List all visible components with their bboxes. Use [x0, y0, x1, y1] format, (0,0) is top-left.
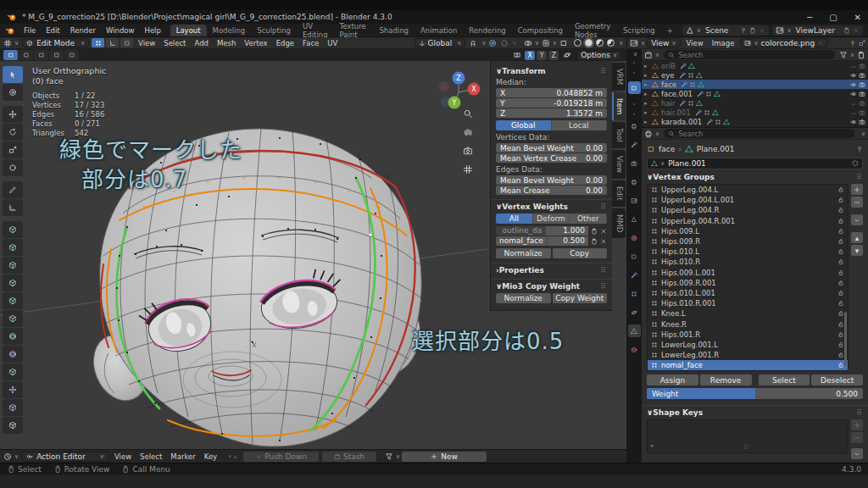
- viewport-menu-view[interactable]: View: [134, 39, 159, 47]
- show-gizmo-icon[interactable]: [524, 39, 532, 47]
- particles-tab-icon[interactable]: [628, 287, 641, 300]
- add-vertex-group-button[interactable]: [851, 184, 863, 195]
- delete-weight-icon[interactable]: [600, 238, 607, 245]
- pin-id-icon[interactable]: [856, 146, 863, 152]
- move-group-up-button[interactable]: ▴: [851, 232, 863, 243]
- lock-icon[interactable]: [837, 269, 844, 276]
- scrollbar[interactable]: [844, 312, 847, 366]
- options-dropdown[interactable]: Options ∨: [576, 51, 621, 60]
- vertex-group-row[interactable]: Knee.R: [648, 319, 848, 329]
- viewport-menu-uv[interactable]: UV: [323, 39, 342, 47]
- object-data-tab-icon[interactable]: [628, 324, 641, 337]
- tool-tab-icon[interactable]: [628, 138, 641, 151]
- ortho-grid-icon[interactable]: [463, 164, 473, 175]
- tool-knife[interactable]: [3, 292, 23, 309]
- navigation-gizmo[interactable]: Z X Y: [434, 68, 483, 119]
- shading-material-icon[interactable]: [596, 39, 604, 47]
- breadcrumb-data[interactable]: Plane.001: [697, 145, 735, 153]
- vertex-group-row[interactable]: LowerLeg.001.L: [648, 340, 848, 350]
- new-collection-icon[interactable]: [857, 51, 865, 59]
- stash-button[interactable]: Stash: [322, 452, 376, 462]
- falloff-icon[interactable]: [500, 39, 509, 47]
- deselect-button[interactable]: Deselect: [811, 374, 863, 385]
- lock-icon[interactable]: [837, 258, 844, 265]
- modifiers-tab-icon[interactable]: [628, 269, 641, 281]
- vertex-group-row[interactable]: Hips.009.R: [648, 236, 848, 247]
- proportional-editing-icon[interactable]: [488, 39, 497, 47]
- delete-scene-icon[interactable]: [759, 27, 765, 34]
- weight-row-nomal-face[interactable]: nomal_face 0.500: [496, 236, 607, 246]
- blender-menu-icon[interactable]: [5, 25, 15, 36]
- outliner-item-face-001[interactable]: ▸ face.001: [642, 89, 868, 98]
- tool-edge-slide[interactable]: [3, 363, 23, 380]
- vertex-group-row[interactable]: LowerLeg.001.R: [648, 350, 848, 360]
- properties-editor-icon[interactable]: [628, 119, 641, 132]
- output-tab-icon[interactable]: [628, 175, 641, 188]
- viewport-menu-select[interactable]: Select: [159, 39, 190, 47]
- tab-item[interactable]: Item: [612, 92, 626, 120]
- hide-eye-icon[interactable]: [850, 119, 857, 125]
- move-group-down-button[interactable]: ▾: [851, 245, 863, 256]
- lock-icon[interactable]: [837, 248, 844, 255]
- mean-crease-field[interactable]: Mean Crease0.00: [496, 186, 607, 195]
- tab-mmd[interactable]: MMD: [612, 208, 626, 238]
- vertex-group-row[interactable]: UpperLeg.004.R.001: [648, 216, 848, 226]
- lock-icon[interactable]: [837, 228, 844, 235]
- menu-help[interactable]: Help: [139, 26, 165, 35]
- tool-shear[interactable]: [3, 399, 23, 416]
- select-extend-option[interactable]: [19, 50, 33, 60]
- tool-inset-faces[interactable]: [3, 239, 23, 256]
- image-menu-image[interactable]: Image: [708, 39, 739, 47]
- vertex-group-row[interactable]: Knee.L: [648, 308, 848, 319]
- expand-icon[interactable]: [859, 40, 865, 47]
- dope-sheet-editor-icon[interactable]: [3, 452, 12, 461]
- global-button[interactable]: Global: [496, 120, 552, 130]
- vertex-group-row[interactable]: UpperLeg.004.L.001: [648, 195, 848, 205]
- tool-scale[interactable]: [3, 141, 23, 158]
- fake-user-shield-icon[interactable]: [852, 160, 859, 167]
- action-editor-dropdown[interactable]: Action Editor ∨: [22, 452, 108, 462]
- edge-bevel-weight-field[interactable]: Mean Bevel Weight0.00: [496, 175, 607, 185]
- outliner-item-hair[interactable]: ▸ hair: [642, 98, 868, 108]
- camera-visibility-icon[interactable]: [859, 91, 865, 97]
- orientation-dropdown[interactable]: Global ∨: [415, 38, 466, 47]
- lock-icon[interactable]: [837, 280, 844, 286]
- tool-transform[interactable]: [3, 159, 23, 176]
- mio3-normalize-button[interactable]: Normalize: [496, 293, 551, 303]
- lock-icon[interactable]: [837, 207, 844, 214]
- workspace-tab-rendering[interactable]: Rendering: [463, 25, 511, 36]
- minimize-button[interactable]: ─: [807, 13, 812, 22]
- workspace-tab-add[interactable]: +: [661, 25, 679, 36]
- tool-rip-region[interactable]: [3, 417, 23, 434]
- menu-render[interactable]: Render: [65, 26, 101, 35]
- image-selector[interactable]: ∨ colorcode.png: [740, 38, 828, 47]
- editor-type-icon[interactable]: [3, 39, 12, 47]
- pan-hand-icon[interactable]: [463, 127, 473, 137]
- weights-tab-other[interactable]: Other: [570, 214, 607, 224]
- mirror-y-button[interactable]: Y: [537, 51, 547, 60]
- lock-icon[interactable]: [837, 341, 844, 348]
- shading-wireframe-icon[interactable]: [574, 39, 581, 47]
- lock-icon[interactable]: [837, 238, 844, 245]
- assign-button[interactable]: Assign: [647, 374, 698, 385]
- tool-rotate[interactable]: [3, 124, 23, 141]
- lock-icon[interactable]: [837, 362, 844, 369]
- menu-window[interactable]: Window: [101, 26, 140, 35]
- viewport-menu-mesh[interactable]: Mesh: [213, 39, 240, 47]
- lock-icon[interactable]: [837, 331, 844, 338]
- mio3-copy-weight-button[interactable]: Copy Weight: [553, 293, 608, 303]
- tool-shrink-fatten[interactable]: [3, 381, 23, 398]
- xray-toggle-icon[interactable]: [559, 39, 568, 47]
- workspace-tab-layout[interactable]: Layout: [170, 25, 207, 36]
- material-tab-icon[interactable]: [628, 343, 641, 356]
- new-scene-icon[interactable]: [749, 27, 756, 34]
- properties-editor-type-icon[interactable]: [644, 130, 653, 138]
- collapse-chevron-icon[interactable]: ∨: [633, 51, 637, 58]
- copy-weight-icon[interactable]: [591, 238, 598, 245]
- camera-visibility-icon[interactable]: [859, 72, 865, 79]
- scene-tab-icon[interactable]: [628, 213, 641, 225]
- outliner-filter-icon[interactable]: [839, 51, 848, 59]
- workspace-tab-animation[interactable]: Animation: [415, 25, 463, 36]
- shape-key-specials-button[interactable]: [851, 448, 863, 459]
- lock-icon[interactable]: [837, 300, 844, 307]
